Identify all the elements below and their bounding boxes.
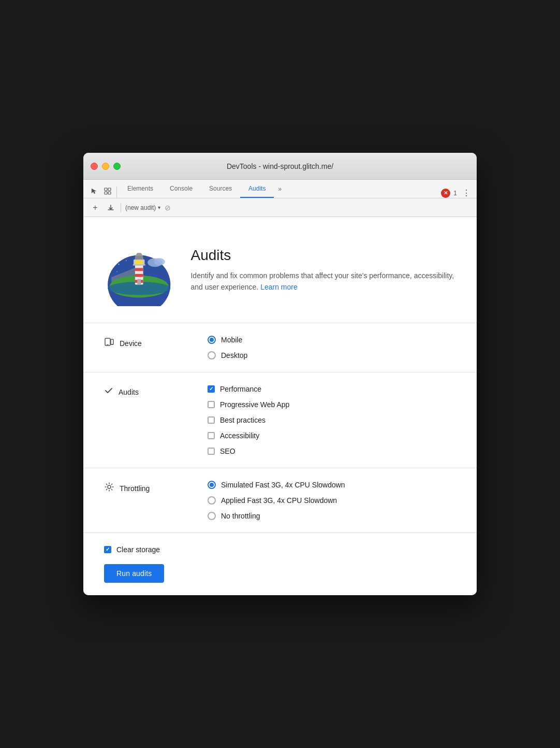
simulated-radio[interactable] <box>208 481 216 489</box>
svg-rect-32 <box>111 344 113 344</box>
audit-toolbar: + (new audit) ▾ ⊘ <box>83 198 477 217</box>
minimize-button[interactable] <box>102 163 109 170</box>
svg-rect-27 <box>137 279 141 285</box>
svg-point-11 <box>126 260 126 261</box>
svg-rect-24 <box>136 260 143 265</box>
throttling-label: Throttling <box>104 481 187 495</box>
audits-section: Audits Performance Progressive Web App B… <box>83 372 477 468</box>
close-button[interactable] <box>91 163 98 170</box>
chevron-down-icon: ▾ <box>158 205 160 210</box>
svg-point-9 <box>118 264 119 265</box>
tab-divider <box>116 186 117 198</box>
throttling-options: Simulated Fast 3G, 4x CPU Slowdown Appli… <box>208 481 345 520</box>
bestpractices-checkbox[interactable] <box>208 416 215 424</box>
hero-section: Audits Identify and fix common problems … <box>83 217 477 323</box>
error-badge: ✕ <box>441 189 450 198</box>
svg-rect-28 <box>133 264 145 265</box>
bottom-section: Clear storage Run audits <box>83 533 477 595</box>
throttling-none-option[interactable]: No throttling <box>208 512 345 520</box>
throttling-simulated-option[interactable]: Simulated Fast 3G, 4x CPU Slowdown <box>208 481 345 489</box>
svg-point-33 <box>108 485 111 488</box>
inspect-icon[interactable] <box>101 184 114 198</box>
svg-point-6 <box>133 251 134 252</box>
error-count: 1 <box>453 190 457 197</box>
cancel-icon[interactable]: ⊘ <box>165 204 171 212</box>
svg-point-5 <box>122 254 123 256</box>
audit-select-text: (new audit) <box>125 204 156 211</box>
svg-rect-30 <box>107 344 109 345</box>
desktop-radio[interactable] <box>208 351 216 359</box>
svg-point-7 <box>151 252 153 254</box>
tab-audits[interactable]: Audits <box>240 180 274 198</box>
device-mobile-option[interactable]: Mobile <box>208 336 247 344</box>
tabs-right-controls: ✕ 1 ⋮ <box>441 188 473 198</box>
add-audit-button[interactable]: + <box>90 202 101 213</box>
audit-toolbar-divider <box>121 203 121 212</box>
svg-point-16 <box>154 258 165 265</box>
more-tabs-button[interactable]: » <box>274 180 286 198</box>
device-section: Device Mobile Desktop <box>83 323 477 372</box>
svg-rect-3 <box>108 192 111 194</box>
svg-marker-26 <box>136 253 143 256</box>
svg-rect-1 <box>108 188 111 191</box>
audits-options: Performance Progressive Web App Best pra… <box>208 385 289 455</box>
throttling-section: Throttling Simulated Fast 3G, 4x CPU Slo… <box>83 468 477 533</box>
tab-elements[interactable]: Elements <box>119 180 161 198</box>
audit-accessibility-option[interactable]: Accessibility <box>208 431 289 440</box>
performance-checkbox[interactable] <box>208 385 215 393</box>
audit-selector[interactable]: (new audit) ▾ <box>125 204 160 211</box>
nothrottling-radio[interactable] <box>208 512 216 520</box>
device-options: Mobile Desktop <box>208 336 247 359</box>
svg-rect-29 <box>105 338 110 346</box>
maximize-button[interactable] <box>113 163 121 170</box>
tab-console[interactable]: Console <box>161 180 201 198</box>
svg-point-14 <box>116 271 117 272</box>
main-content: Audits Identify and fix common problems … <box>83 217 477 595</box>
audits-label: Audits <box>104 385 187 398</box>
svg-point-10 <box>164 264 166 265</box>
audit-seo-option[interactable]: SEO <box>208 447 289 455</box>
svg-point-13 <box>144 250 145 251</box>
device-icon <box>104 337 114 350</box>
svg-rect-0 <box>105 188 107 191</box>
title-bar: DevTools - wind-sprout.glitch.me/ <box>83 153 477 180</box>
tabs-bar: Elements Console Sources Audits » ✕ 1 ⋮ <box>83 180 477 198</box>
svg-rect-31 <box>111 339 113 344</box>
more-menu-button[interactable]: ⋮ <box>460 188 473 198</box>
window-title: DevTools - wind-sprout.glitch.me/ <box>227 162 333 170</box>
clear-storage-option[interactable]: Clear storage <box>104 545 456 554</box>
svg-rect-21 <box>135 274 143 277</box>
devtools-window: DevTools - wind-sprout.glitch.me/ Elemen… <box>83 153 477 595</box>
applied-radio[interactable] <box>208 496 216 505</box>
mobile-radio[interactable] <box>208 336 216 344</box>
tab-sources[interactable]: Sources <box>201 180 240 198</box>
cursor-icon[interactable] <box>87 184 101 198</box>
device-label: Device <box>104 336 187 350</box>
hero-description: Identify and fix common problems that af… <box>190 270 456 293</box>
download-button[interactable] <box>105 202 116 213</box>
accessibility-checkbox[interactable] <box>208 432 215 439</box>
svg-rect-20 <box>135 268 143 271</box>
audit-bestpractices-option[interactable]: Best practices <box>208 416 289 424</box>
pwa-checkbox[interactable] <box>208 401 215 408</box>
audit-pwa-option[interactable]: Progressive Web App <box>208 400 289 409</box>
seo-checkbox[interactable] <box>208 448 215 455</box>
hero-title: Audits <box>190 247 456 264</box>
device-desktop-option[interactable]: Desktop <box>208 351 247 359</box>
svg-point-8 <box>160 256 161 257</box>
audit-performance-option[interactable]: Performance <box>208 385 289 393</box>
traffic-lights <box>91 163 121 170</box>
run-audits-button[interactable]: Run audits <box>104 564 164 583</box>
lighthouse-illustration <box>104 234 174 306</box>
clear-storage-checkbox[interactable] <box>104 546 111 553</box>
svg-rect-2 <box>105 192 107 194</box>
learn-more-link[interactable]: Learn more <box>260 283 298 291</box>
gear-icon <box>104 482 114 495</box>
check-icon <box>104 386 113 398</box>
throttling-applied-option[interactable]: Applied Fast 3G, 4x CPU Slowdown <box>208 496 345 505</box>
hero-text: Audits Identify and fix common problems … <box>190 247 456 293</box>
